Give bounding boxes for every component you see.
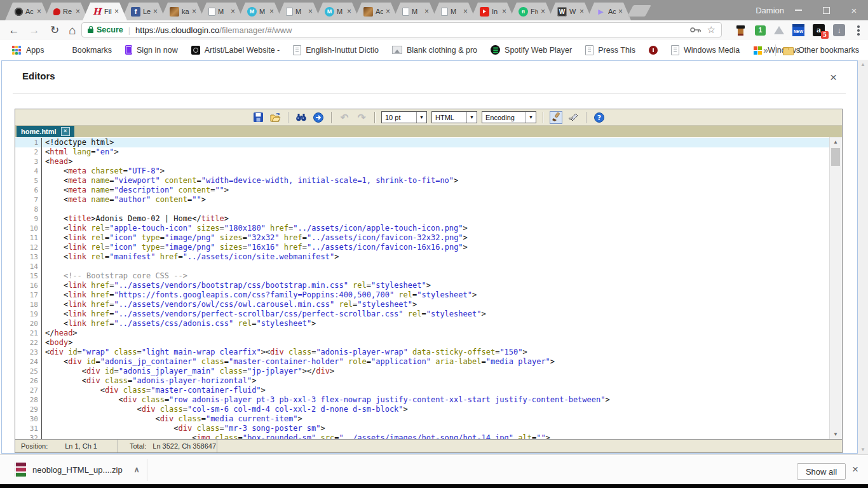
tab-close-icon[interactable]: ×	[37, 8, 41, 15]
close-window-button[interactable]: ×	[840, 0, 868, 20]
open-button[interactable]	[269, 111, 281, 124]
scroll-down-icon[interactable]: ▼	[830, 431, 841, 437]
encoding-select[interactable]: Encoding ▼	[482, 111, 536, 123]
browser-tab-m[interactable]: M×	[199, 3, 243, 20]
page-scrollbar[interactable]: ▲ ▼	[858, 60, 868, 454]
tab-close-icon[interactable]: ×	[580, 8, 584, 15]
address-bar[interactable]: Secure | https://us.cloudlogin.co /filem…	[81, 22, 722, 37]
tab-close-icon[interactable]: ×	[463, 8, 468, 15]
bookmark-apps[interactable]: Apps	[11, 45, 44, 55]
bookmark-spotify-web-player[interactable]: Spotify Web Player	[491, 45, 572, 55]
phone-icon	[125, 45, 132, 55]
tab-close-icon[interactable]: ×	[231, 8, 235, 15]
font-size-select[interactable]: 10 pt ▼	[381, 111, 427, 123]
help-button[interactable]: ?	[593, 111, 606, 124]
browser-tab-m[interactable]: MM×	[238, 3, 282, 20]
browser-tab-w[interactable]: WW×	[548, 3, 592, 20]
restore-button[interactable]	[812, 0, 840, 20]
tab-close-icon[interactable]: ×	[308, 8, 313, 15]
bookmarks-overflow-chevron[interactable]: »	[763, 45, 768, 55]
redo-button[interactable]: ↷	[355, 111, 368, 124]
browser-tab-ac[interactable]: Ac×	[5, 3, 50, 20]
extension-drive-icon[interactable]	[774, 26, 784, 34]
browser-tab-m[interactable]: M×	[393, 3, 437, 20]
profile-name[interactable]: Damion	[756, 6, 784, 15]
bookmark-label: Artist/Label Website -	[205, 46, 280, 55]
extension-tag-icon[interactable]: 1	[755, 25, 766, 36]
tab-close-icon[interactable]: ×	[153, 8, 158, 15]
reload-button[interactable]: ↻	[46, 20, 64, 40]
home-button[interactable]: ⌂	[64, 20, 81, 40]
editor-scrollbar[interactable]: ▲ ▼	[829, 137, 842, 439]
undo-button[interactable]: ↶	[338, 111, 351, 124]
bookmark-sign-in-now[interactable]: Sign in now	[125, 45, 178, 55]
bookmark-windows-media[interactable]: Windows Media	[671, 45, 740, 55]
code-canvas[interactable]: 1<!doctype html>2<html lang="en">3<head>…	[15, 138, 830, 439]
tab-close-icon[interactable]: ×	[114, 8, 119, 15]
tab-close-icon[interactable]: ×	[192, 8, 196, 15]
tab-close-icon[interactable]: ×	[386, 8, 390, 15]
tab-title: M	[218, 8, 228, 15]
syntax-select[interactable]: HTML ▼	[431, 111, 477, 123]
tab-close-icon[interactable]: ×	[269, 8, 274, 15]
back-button[interactable]: ←	[5, 20, 23, 40]
browser-tab-fiv[interactable]: fiFiv×	[509, 3, 553, 20]
clear-button[interactable]	[567, 111, 580, 124]
extension-man-hat-icon[interactable]	[735, 24, 747, 36]
extension-new-icon[interactable]: NEW	[792, 24, 804, 36]
browser-tab-ka[interactable]: ka×	[160, 3, 205, 20]
browser-tab-ac[interactable]: ▶Ac×	[587, 3, 631, 20]
download-chevron-icon[interactable]: ∧	[134, 465, 140, 474]
browser-tab-m[interactable]: M×	[431, 3, 476, 20]
tab-close-icon[interactable]: ×	[76, 8, 80, 15]
browser-tab-fil[interactable]: HFil×	[83, 3, 127, 20]
bookmark-artist-label-website[interactable]: Artist/Label Website -	[191, 46, 280, 55]
bookmark-blank-clothing-pro[interactable]: Blank clothing & pro	[392, 46, 477, 55]
tab-close-icon[interactable]: ×	[541, 8, 545, 15]
shelf-close-icon[interactable]: ×	[852, 463, 858, 476]
find-button[interactable]	[295, 111, 308, 124]
extension-amazon-icon[interactable]: a5	[813, 24, 825, 36]
new-tab-button[interactable]	[627, 5, 651, 17]
editors-close-button[interactable]: ×	[830, 71, 837, 83]
line-number: 15	[15, 271, 42, 281]
code-line: 9 <title>Adonis Demo-02 | Home</title>	[15, 214, 830, 224]
tab-close-icon[interactable]: ×	[502, 8, 506, 15]
highlight-toggle-button[interactable]	[550, 111, 562, 124]
minimize-button[interactable]	[784, 0, 812, 20]
code-text: <div class="col-sm-6 col-md-4 col-xxl-2 …	[42, 405, 408, 414]
scroll-down-icon[interactable]: ▼	[858, 447, 868, 452]
browser-tab-m[interactable]: MM×	[315, 3, 360, 20]
browser-tab-ac[interactable]: Ac×	[354, 3, 398, 20]
goto-button[interactable]	[312, 111, 325, 124]
tab-close-icon[interactable]: ×	[618, 8, 623, 15]
download-item[interactable]: neoblog_HTML_up....zip ∧	[14, 459, 139, 480]
code-text: <link href="../assets/vendors/owl/css/ow…	[42, 300, 417, 309]
key-icon[interactable]	[690, 27, 701, 33]
browser-tab-m[interactable]: M×	[276, 3, 321, 20]
browser-tab-le[interactable]: fLe×	[121, 3, 166, 20]
forward-button[interactable]: →	[25, 20, 43, 40]
scrollbar-thumb[interactable]	[831, 148, 840, 166]
extension-download-icon[interactable]: ↓	[833, 24, 845, 36]
tab-close-icon[interactable]: ×	[424, 8, 429, 15]
bookmark-bookmarks[interactable]: Bookmarks	[58, 45, 112, 55]
other-bookmarks[interactable]: Other bookmarks	[783, 45, 859, 55]
editor-tab-close-icon[interactable]: ×	[61, 127, 70, 136]
save-button[interactable]	[252, 111, 264, 124]
scroll-up-icon[interactable]: ▲	[830, 139, 841, 145]
image-icon	[392, 46, 402, 54]
bookmark-star-icon[interactable]: ☆	[707, 24, 715, 36]
browser-menu-icon[interactable]	[857, 25, 860, 36]
bookmark-press-this[interactable]: Press This	[585, 45, 635, 55]
folder-icon	[783, 47, 794, 55]
browser-tab-re[interactable]: Re×	[44, 3, 88, 20]
bookmark-english-inuttut-dictio[interactable]: English-Inuttut Dictio	[293, 45, 379, 55]
line-number: 31	[15, 424, 42, 433]
scroll-up-icon[interactable]: ▲	[858, 62, 868, 67]
tab-close-icon[interactable]: ×	[347, 8, 351, 15]
browser-tab-in[interactable]: In×	[470, 3, 515, 20]
show-all-button[interactable]: Show all	[797, 463, 846, 480]
bookmark-red-circle[interactable]	[649, 46, 658, 55]
editor-tab-home-html[interactable]: home.html ×	[17, 126, 74, 137]
